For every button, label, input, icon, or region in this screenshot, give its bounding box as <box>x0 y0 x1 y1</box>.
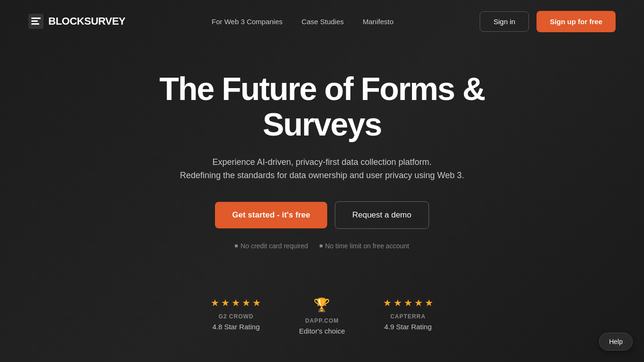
header-actions: Sign in Sign up for free <box>480 11 616 32</box>
help-button[interactable]: Help <box>599 333 633 351</box>
svg-rect-1 <box>31 18 41 19</box>
dappcom-label: Editor's choice <box>299 327 345 335</box>
hero-subtitle-line2: Redefining the standards for data owners… <box>180 171 464 180</box>
nav-link-case-studies[interactable]: Case Studies <box>302 18 344 26</box>
info-item-no-credit: No credit card required <box>235 242 308 250</box>
no-credit-info: No credit card required No time limit on… <box>235 242 409 250</box>
info-dot-2 <box>320 244 322 247</box>
dappcom-source: DAPP.COM <box>305 317 339 324</box>
logo-text: BLOCKSURVEY <box>48 15 125 27</box>
header: BLOCKSURVEY For Web 3 Companies Case Stu… <box>0 0 644 43</box>
logo-area: BLOCKSURVEY <box>28 14 125 29</box>
capterra-label: 4.9 Star Rating <box>385 323 432 331</box>
logo-icon <box>28 14 44 29</box>
trophy-icon: 🏆 <box>313 297 330 313</box>
no-credit-label: No credit card required <box>241 242 308 250</box>
nav-links: For Web 3 Companies Case Studies Manifes… <box>212 18 394 26</box>
cta-buttons: Get started - it's free Request a demo <box>215 201 429 229</box>
capterra-stars: ★ ★ ★ ★ ★ <box>383 297 433 308</box>
g2-source: G2 CROWD <box>218 313 253 320</box>
sign-up-button[interactable]: Sign up for free <box>537 11 616 32</box>
sign-in-button[interactable]: Sign in <box>480 11 529 32</box>
g2-label: 4.8 Star Rating <box>212 323 259 331</box>
nav-link-manifesto[interactable]: Manifesto <box>363 18 394 26</box>
g2-stars: ★ ★ ★ ★ ★ <box>211 297 261 308</box>
hero-subtitle: Experience AI-driven, privacy-first data… <box>180 155 464 183</box>
ratings-section: ★ ★ ★ ★ ★ G2 CROWD 4.8 Star Rating 🏆 DAP… <box>0 273 644 354</box>
nav-link-web3[interactable]: For Web 3 Companies <box>212 18 283 26</box>
hero-section: The Future of Forms & Surveys Experience… <box>0 43 644 273</box>
svg-rect-3 <box>31 23 39 25</box>
capterra-source: CAPTERRA <box>390 313 426 320</box>
svg-rect-2 <box>31 20 38 22</box>
info-item-no-limit: No time limit on free account <box>320 242 409 250</box>
request-demo-button[interactable]: Request a demo <box>335 201 429 229</box>
rating-capterra: ★ ★ ★ ★ ★ CAPTERRA 4.9 Star Rating <box>383 297 433 331</box>
hero-subtitle-line1: Experience AI-driven, privacy-first data… <box>212 157 431 167</box>
rating-dappcom: 🏆 DAPP.COM Editor's choice <box>299 297 345 335</box>
no-limit-label: No time limit on free account <box>325 242 409 250</box>
info-dot-1 <box>235 244 238 247</box>
rating-g2: ★ ★ ★ ★ ★ G2 CROWD 4.8 Star Rating <box>211 297 261 331</box>
get-started-button[interactable]: Get started - it's free <box>215 202 327 228</box>
page-wrapper: BLOCKSURVEY For Web 3 Companies Case Stu… <box>0 0 644 362</box>
hero-title: The Future of Forms & Surveys <box>109 71 535 142</box>
